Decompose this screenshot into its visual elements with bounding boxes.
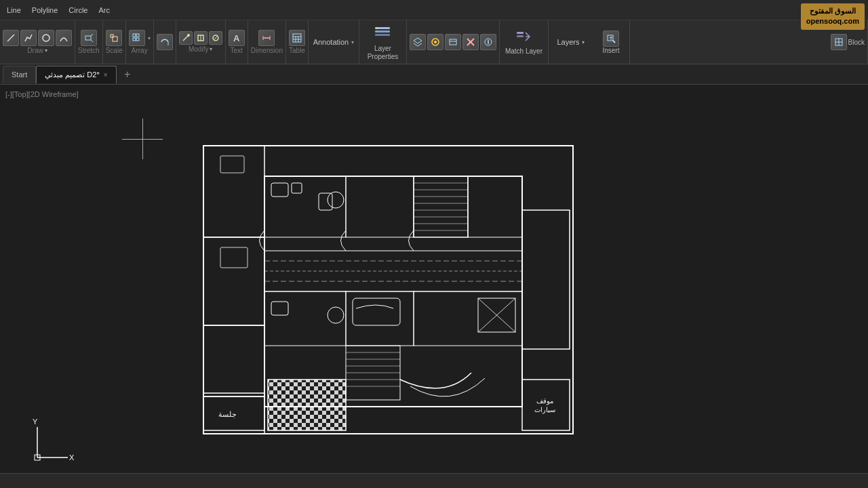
stretch-section: Stretch [75,20,103,64]
layer-properties-label: Layer Properties [368,45,399,61]
draw-label: Draw [27,47,43,54]
svg-rect-38 [517,32,524,34]
status-bar [0,473,868,488]
tab-add-button[interactable]: + [119,66,136,83]
stretch-icon[interactable] [81,30,97,46]
watermark-line1: السوق المفتوح [806,6,859,16]
svg-rect-39 [517,35,524,37]
svg-point-29 [376,30,378,33]
tab-active[interactable]: تصميم مبدئي D2* × [36,66,116,83]
svg-line-4 [91,40,93,42]
svg-text:سيارات: سيارات [534,406,555,414]
svg-text:موقف: موقف [536,397,553,405]
svg-point-13 [187,34,190,37]
svg-rect-27 [375,34,390,36]
svg-rect-90 [268,380,346,430]
insert-icon[interactable] [603,30,619,47]
viewport: [-][Top][2D Wireframe] [0,85,868,488]
scale-label: Scale [106,47,123,54]
draw-arc-icon[interactable] [56,30,72,46]
layers-dropdown-button[interactable]: Layers ▾ [549,20,593,64]
svg-rect-7 [133,34,136,37]
annotation-dropdown-icon[interactable]: ▾ [351,39,354,45]
layer-icon3[interactable] [445,34,461,50]
menu-circle[interactable]: Circle [64,5,92,16]
main-toolbar: Draw ▾ Stretch [0,20,868,64]
match-layer-button[interactable]: Match Layer [500,20,549,64]
menu-line[interactable]: Line [3,5,25,16]
stretch-label: Stretch [78,47,100,54]
match-layer-icon [516,29,531,47]
draw-polyline-icon[interactable] [20,30,37,46]
annotation-label: Annotation [313,38,349,46]
tab-active-label: تصميم مبدئي D2* [45,70,99,79]
svg-point-28 [376,27,378,29]
svg-rect-20 [293,34,301,42]
table-label: Table [289,47,305,54]
modify-label: Modify [189,45,208,53]
crosshair [122,119,163,159]
layer-icons-section [407,20,500,64]
modify-icon3[interactable] [209,31,222,45]
text-label: Text [231,47,243,54]
text-section: A Text [226,20,248,64]
modify-section: Modify ▾ [176,20,226,64]
draw-section: Draw ▾ [0,20,75,64]
svg-rect-9 [133,38,136,41]
tab-bar: Start تصميم مبدئي D2* × + [0,64,868,85]
array-label: Array [132,47,148,54]
layer-icon5[interactable] [480,34,496,50]
layer-properties-icon [374,23,391,45]
svg-rect-10 [136,38,139,41]
block-label: Block [848,39,865,46]
modify-icon1[interactable] [179,31,193,45]
match-layer-label: Match Layer [505,47,542,55]
svg-text:جلسة: جلسة [218,410,237,418]
add-tab-icon: + [124,68,130,81]
dimension-icon[interactable] [258,30,275,46]
svg-rect-47 [203,146,573,434]
menu-bar: Line Polyline Circle Arc [0,0,868,20]
draw-line-icon[interactable] [3,30,19,46]
watermark-line2: opensooq.com [806,16,859,26]
modify-icon2[interactable] [194,31,208,45]
insert-section: Insert [593,20,630,64]
draw-dropdown-icon[interactable]: ▾ [45,47,47,54]
block-icon[interactable] [831,34,847,50]
svg-text:Y: Y [33,418,38,426]
table-section: Table [286,20,309,64]
layer-icon2[interactable] [427,34,443,50]
svg-rect-8 [136,34,139,37]
menu-arc[interactable]: Arc [94,5,114,16]
scale-section: Scale [103,20,126,64]
dimension-label: Dimension [251,47,283,54]
text-icon[interactable]: A [229,30,245,46]
floor-plan: جلسة موقف سيارات [200,142,576,437]
layers-dropdown-icon[interactable]: ▾ [582,39,585,45]
table-icon[interactable] [289,30,305,46]
svg-point-31 [434,41,437,43]
scale-icon[interactable] [106,30,122,46]
draw-circle-icon[interactable] [38,30,54,46]
tab-close-icon[interactable]: × [104,71,108,79]
path-icon[interactable] [157,34,173,50]
watermark: السوق المفتوح opensooq.com [801,3,865,30]
layer-icon1[interactable] [410,34,426,50]
annotation-section: Annotation ▾ [309,20,359,64]
array-section: ▾ Array [126,20,154,64]
tab-start[interactable]: Start [3,66,36,83]
svg-line-3 [91,34,93,36]
layer-properties-button[interactable]: Layer Properties [359,20,407,64]
layer-icon4[interactable] [462,34,479,50]
svg-point-1 [43,35,50,41]
svg-line-0 [7,35,14,41]
array-icon[interactable] [129,30,145,46]
modify-dropdown-icon[interactable]: ▾ [210,46,212,52]
svg-rect-32 [450,39,456,45]
path-section [154,20,176,64]
array-dropdown-icon[interactable]: ▾ [148,35,151,41]
tab-start-label: Start [12,70,27,79]
floor-plan-svg: جلسة موقف سيارات [200,142,576,437]
insert-label: Insert [602,47,619,54]
menu-polyline[interactable]: Polyline [28,5,62,16]
